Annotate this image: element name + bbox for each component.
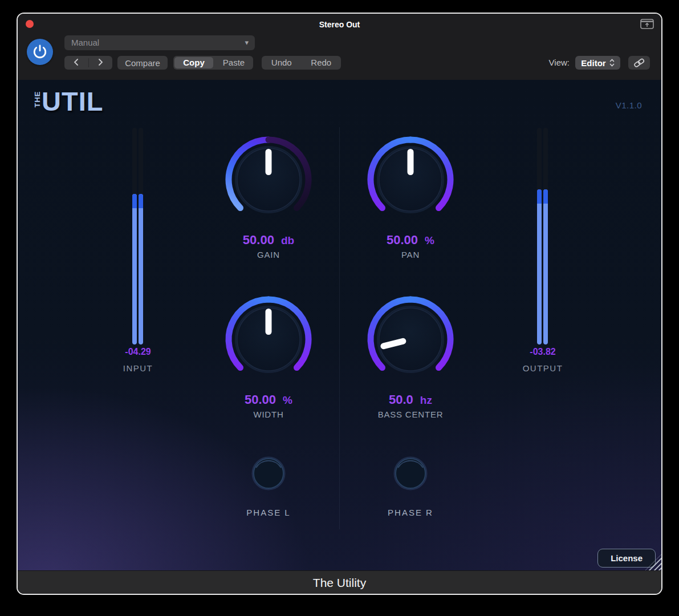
gain-value-row: 50.00db — [206, 233, 331, 248]
toolbar: Manual ▾ Compare — [18, 34, 661, 80]
output-meter-bar-right — [543, 128, 548, 345]
phase-left-label: PHASE L — [229, 508, 308, 517]
preset-dropdown[interactable]: Manual ▾ — [64, 35, 255, 50]
column-divider — [339, 127, 340, 529]
width-unit: % — [283, 394, 292, 406]
chevron-right-icon — [98, 59, 103, 66]
plugin-window: Stereo Out Manual ▾ — [17, 13, 662, 595]
gain-label: GAIN — [206, 250, 331, 260]
version-label: V1.1.0 — [616, 100, 642, 110]
next-preset-button[interactable] — [89, 56, 113, 70]
gain-knob[interactable] — [217, 128, 320, 231]
pan-value: 50.00 — [387, 233, 418, 247]
chevron-left-icon — [74, 59, 79, 66]
paste-button[interactable]: Paste — [214, 56, 253, 70]
width-value: 50.00 — [245, 392, 276, 407]
width-label: WIDTH — [206, 410, 331, 419]
undo-button[interactable]: Undo — [262, 56, 302, 70]
brand-util: UTIL — [42, 88, 103, 115]
pan-knob[interactable] — [359, 128, 462, 231]
gain-value: 50.00 — [243, 233, 274, 247]
input-meter-bar-right — [139, 128, 143, 345]
bass-center-knob[interactable] — [359, 288, 462, 391]
plugin-body: THE UTIL V1.1.0 -04.29 INPUT -03.82 OUTP… — [18, 80, 661, 570]
bass-center-unit: hz — [420, 394, 432, 406]
popout-window-icon[interactable] — [640, 19, 654, 29]
pan-label: PAN — [348, 250, 473, 260]
pan-value-row: 50.00% — [348, 233, 473, 248]
license-button[interactable]: License — [597, 549, 656, 568]
input-meter-bar-left — [132, 128, 137, 345]
brand-the: THE — [33, 99, 42, 108]
pan-unit: % — [425, 234, 434, 246]
output-meter — [537, 128, 548, 345]
undo-redo-group: Undo Redo — [262, 56, 341, 70]
preset-nav-group — [64, 56, 112, 70]
plugin-name: The Utility — [18, 571, 661, 594]
bass-center-label: BASS CENTER — [348, 410, 473, 419]
view-value: Editor — [581, 58, 605, 68]
input-label: INPUT — [98, 363, 178, 373]
preset-value: Manual — [71, 38, 99, 47]
width-value-row: 50.00% — [206, 392, 331, 407]
chevron-down-icon: ▾ — [245, 35, 249, 50]
compare-button[interactable]: Compare — [117, 56, 168, 70]
output-meter-bar-left — [537, 128, 542, 345]
prev-preset-button[interactable] — [64, 56, 88, 70]
output-label: OUTPUT — [503, 363, 583, 373]
view-label: View: — [549, 56, 570, 70]
gain-unit: db — [281, 234, 294, 246]
link-button[interactable] — [628, 56, 650, 70]
title-bar: Stereo Out — [18, 14, 661, 34]
view-dropdown[interactable]: Editor — [575, 56, 620, 70]
copy-paste-group: Copy Paste — [173, 56, 253, 70]
compare-label: Compare — [125, 58, 160, 68]
phase-right-label: PHASE R — [371, 508, 450, 517]
output-value: -03.82 — [503, 347, 583, 357]
window-title: Stereo Out — [18, 14, 661, 34]
gain-knob-indicator — [266, 149, 272, 175]
bass-center-value: 50.0 — [389, 392, 413, 407]
copy-button[interactable]: Copy — [174, 57, 213, 68]
width-knob[interactable] — [217, 288, 320, 391]
bass-center-value-row: 50.0hz — [348, 392, 473, 407]
input-value: -04.29 — [98, 347, 178, 357]
width-knob-indicator — [266, 309, 272, 335]
brand-logo: THE UTIL — [32, 88, 103, 115]
input-meter — [132, 128, 144, 345]
up-down-chevrons-icon — [609, 58, 615, 67]
chain-link-icon — [633, 58, 645, 67]
phase-left-button[interactable] — [249, 453, 288, 493]
phase-right-button[interactable] — [391, 453, 430, 493]
redo-button[interactable]: Redo — [302, 56, 341, 70]
footer-bar: The Utility — [18, 570, 661, 594]
pan-knob-indicator — [408, 149, 414, 175]
